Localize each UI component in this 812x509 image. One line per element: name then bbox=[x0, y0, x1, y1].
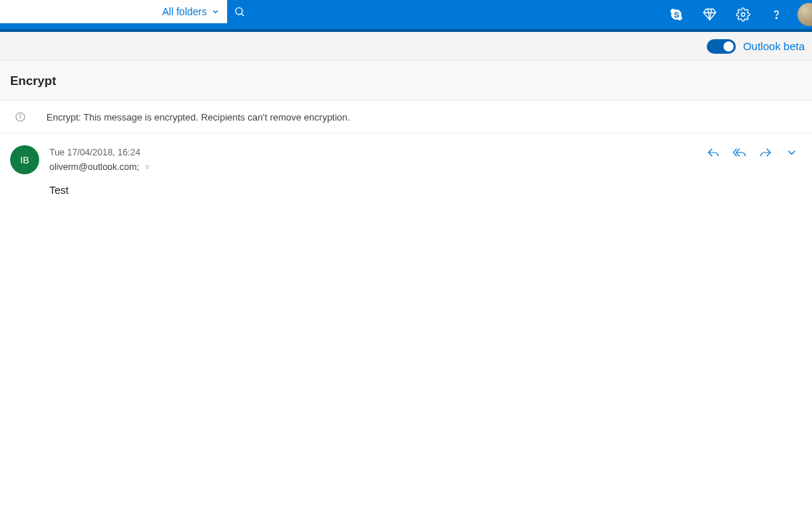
search-scope-dropdown[interactable]: All folders bbox=[155, 0, 227, 23]
message-timestamp: Tue 17/04/2018, 16:24 bbox=[49, 145, 151, 160]
premium-button[interactable] bbox=[693, 0, 726, 29]
message-body: Test bbox=[49, 174, 802, 196]
page-title: Encrypt bbox=[10, 74, 802, 89]
settings-button[interactable] bbox=[726, 0, 760, 29]
forward-icon bbox=[759, 146, 772, 159]
info-text: Encrypt: This message is encrypted. Reci… bbox=[46, 112, 350, 123]
search-button[interactable] bbox=[227, 0, 252, 23]
skype-button[interactable] bbox=[660, 0, 693, 29]
message-main: Tue 17/04/2018, 16:24 oliverm@outlook.co… bbox=[39, 145, 802, 196]
svg-point-0 bbox=[236, 8, 242, 15]
reply-button[interactable] bbox=[706, 145, 721, 160]
sender-avatar[interactable]: IB bbox=[10, 145, 39, 174]
more-actions-button[interactable] bbox=[784, 145, 799, 160]
help-icon bbox=[769, 7, 784, 22]
svg-line-1 bbox=[242, 14, 244, 16]
top-bar: All folders bbox=[0, 0, 812, 29]
skype-icon bbox=[669, 7, 684, 22]
message-recipients[interactable]: oliverm@outlook.com; bbox=[49, 160, 151, 174]
toggle-knob bbox=[723, 41, 734, 52]
help-button[interactable] bbox=[760, 0, 793, 29]
message-actions bbox=[706, 145, 802, 160]
info-icon bbox=[15, 111, 26, 123]
svg-point-6 bbox=[20, 114, 20, 115]
beta-bar: Outlook beta bbox=[0, 32, 812, 61]
search-scope-label: All folders bbox=[163, 6, 207, 17]
reply-all-button[interactable] bbox=[732, 145, 747, 160]
search-container: All folders bbox=[0, 0, 227, 23]
recipient-text: oliverm@outlook.com; bbox=[49, 160, 139, 174]
message-meta: Tue 17/04/2018, 16:24 oliverm@outlook.co… bbox=[49, 145, 151, 174]
beta-toggle[interactable] bbox=[707, 39, 736, 54]
search-input[interactable] bbox=[0, 0, 155, 23]
top-bar-right bbox=[660, 0, 812, 29]
chevron-down-icon bbox=[785, 146, 798, 159]
forward-button[interactable] bbox=[758, 145, 773, 160]
search-icon bbox=[234, 6, 245, 17]
chevron-down-icon bbox=[211, 7, 220, 16]
message-header: Tue 17/04/2018, 16:24 oliverm@outlook.co… bbox=[49, 145, 802, 174]
beta-label: Outlook beta bbox=[743, 40, 805, 52]
message-container: IB Tue 17/04/2018, 16:24 oliverm@outlook… bbox=[0, 134, 812, 196]
svg-point-3 bbox=[776, 17, 776, 18]
reply-icon bbox=[707, 146, 720, 159]
expand-recipients-icon bbox=[144, 163, 151, 171]
info-strip: Encrypt: This message is encrypted. Reci… bbox=[0, 101, 812, 134]
diamond-icon bbox=[702, 7, 717, 22]
gear-icon bbox=[736, 7, 750, 22]
svg-point-2 bbox=[742, 13, 745, 17]
sender-initials: IB bbox=[20, 155, 29, 166]
title-bar: Encrypt bbox=[0, 61, 812, 101]
user-avatar[interactable] bbox=[797, 3, 812, 26]
top-bar-left: All folders bbox=[0, 0, 252, 29]
reply-all-icon bbox=[733, 146, 746, 159]
